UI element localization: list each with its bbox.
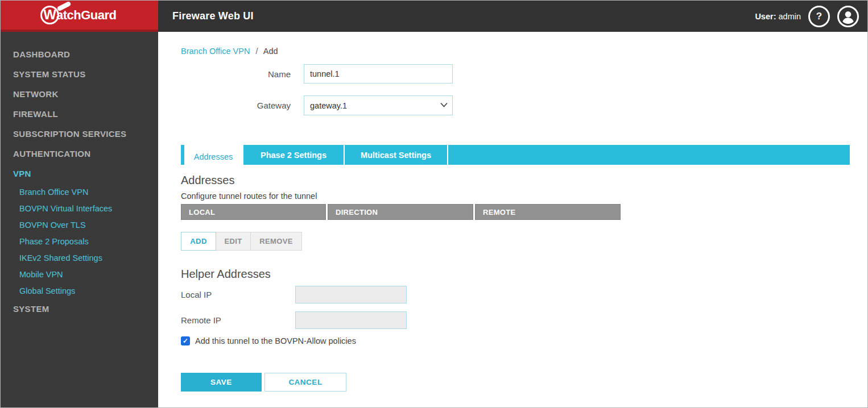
gateway-row: Gateway gateway.1 [181, 95, 867, 115]
logged-in-user: User: admin [755, 12, 801, 21]
sidebar-item-global-settings[interactable]: Global Settings [1, 282, 158, 299]
remote-ip-input [295, 311, 407, 329]
sidebar-item-firewall[interactable]: FIREWALL [1, 104, 158, 124]
route-buttons-row: ADD EDIT REMOVE [181, 232, 867, 251]
tab-multicast-settings[interactable]: Multicast Settings [344, 145, 448, 165]
bovpn-policy-checkbox[interactable] [181, 336, 190, 345]
helper-addresses-heading: Helper Addresses [181, 267, 867, 281]
remote-ip-row: Remote IP [181, 311, 867, 329]
user-label: User: [755, 12, 776, 21]
edit-route-button[interactable]: EDIT [216, 232, 251, 251]
main-content: Branch Office VPN / Add Name Gateway gat… [158, 32, 867, 407]
breadcrumb-branch-office-vpn-link[interactable]: Branch Office VPN [181, 47, 250, 56]
app-title: Fireware Web UI [172, 1, 254, 32]
brand-name: atchGuard [56, 8, 117, 23]
action-buttons-row: SAVE CANCEL [181, 373, 867, 392]
gateway-select-wrap: gateway.1 [304, 95, 453, 115]
column-header-remote: REMOTE [475, 204, 621, 220]
fireware-web-ui-page: W atchGuard Fireware Web UI User: admin … [0, 0, 868, 408]
gateway-label: Gateway [181, 101, 291, 110]
breadcrumb: Branch Office VPN / Add [181, 46, 867, 56]
name-row: Name [181, 64, 867, 84]
sidebar-item-authentication[interactable]: AUTHENTICATION [1, 144, 158, 164]
column-header-local: LOCAL [181, 204, 326, 220]
sidebar-item-bovpn-over-tls[interactable]: BOVPN Over TLS [1, 217, 158, 233]
name-input[interactable] [304, 64, 453, 84]
sidebar-item-phase2-proposals[interactable]: Phase 2 Proposals [1, 233, 158, 249]
local-ip-label: Local IP [181, 290, 295, 299]
sidebar-item-vpn[interactable]: VPN [1, 164, 158, 184]
sidebar-item-network[interactable]: NETWORK [1, 84, 158, 104]
remove-route-button[interactable]: REMOVE [251, 232, 302, 251]
bovpn-policy-row: Add this tunnel to the BOVPN-Allow polic… [181, 336, 867, 345]
sidebar-item-system-status[interactable]: SYSTEM STATUS [1, 64, 158, 84]
local-ip-input [295, 286, 407, 303]
column-header-direction: DIRECTION [328, 204, 473, 220]
sidebar-item-branch-office-vpn[interactable]: Branch Office VPN [1, 184, 158, 200]
sidebar-item-mobile-vpn[interactable]: Mobile VPN [1, 266, 158, 282]
save-button[interactable]: SAVE [181, 373, 262, 392]
bovpn-policy-checkbox-label: Add this tunnel to the BOVPN-Allow polic… [195, 336, 356, 345]
breadcrumb-current: Add [263, 47, 278, 56]
addresses-heading: Addresses [181, 173, 867, 188]
sidebar-nav: DASHBOARD SYSTEM STATUS NETWORK FIREWALL… [1, 32, 158, 407]
tab-addresses[interactable]: Addresses [184, 145, 242, 168]
tunnel-routes-table-header: LOCAL DIRECTION REMOTE [181, 204, 867, 220]
addresses-description: Configure tunnel routes for the tunnel [181, 191, 867, 201]
help-icon[interactable]: ? [808, 6, 830, 27]
sidebar-item-bovpn-virtual-interfaces[interactable]: BOVPN Virtual Interfaces [1, 200, 158, 217]
gateway-select[interactable]: gateway.1 [304, 95, 453, 115]
breadcrumb-separator: / [255, 47, 258, 56]
remote-ip-label: Remote IP [181, 315, 295, 325]
tab-bar: Addresses Phase 2 Settings Multicast Set… [181, 145, 850, 165]
add-route-button[interactable]: ADD [181, 232, 216, 251]
watchguard-logo: W atchGuard [1, 1, 158, 32]
local-ip-row: Local IP [181, 286, 867, 303]
user-name: admin [779, 12, 801, 21]
tab-phase2-settings[interactable]: Phase 2 Settings [242, 145, 344, 165]
account-icon[interactable] [837, 6, 859, 27]
cancel-button[interactable]: CANCEL [264, 373, 346, 392]
sidebar-item-system[interactable]: SYSTEM [1, 299, 158, 319]
sidebar-item-dashboard[interactable]: DASHBOARD [1, 44, 158, 64]
top-bar: W atchGuard Fireware Web UI User: admin … [1, 1, 867, 32]
person-icon [839, 6, 857, 27]
sidebar-item-ikev2-shared-settings[interactable]: IKEv2 Shared Settings [1, 249, 158, 266]
name-label: Name [181, 69, 291, 79]
sidebar-item-subscription-services[interactable]: SUBSCRIPTION SERVICES [1, 124, 158, 144]
top-bar-right: User: admin ? [755, 1, 867, 32]
